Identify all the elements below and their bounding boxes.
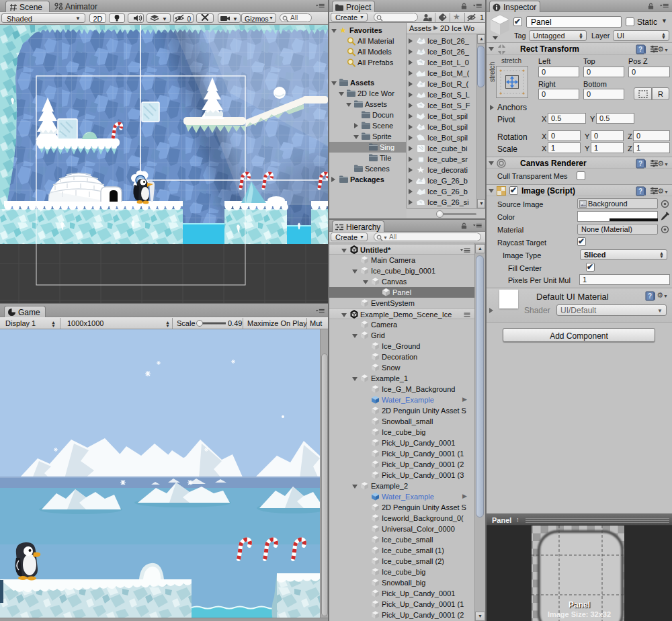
svg-text:?: ?: [638, 188, 642, 195]
svg-text:Image Size: 32x32: Image Size: 32x32: [548, 610, 611, 618]
svg-text:?: ?: [638, 160, 642, 167]
svg-text:?: ?: [638, 46, 642, 53]
svg-text:?: ?: [648, 292, 652, 300]
svg-text:Panel: Panel: [569, 600, 590, 610]
